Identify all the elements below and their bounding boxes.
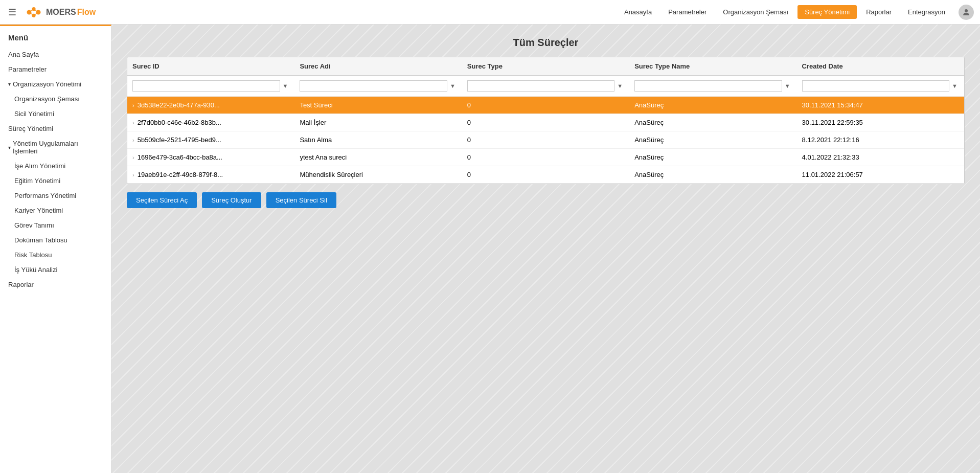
cell-name: Satın Alma bbox=[294, 131, 462, 149]
cell-type: 0 bbox=[462, 97, 629, 114]
nav-link-raporlar[interactable]: Raporlar bbox=[859, 5, 899, 19]
cell-value-type: 0 bbox=[467, 101, 471, 109]
filter-input-type[interactable] bbox=[467, 80, 615, 92]
col-header-name: Surec Adi bbox=[294, 57, 462, 76]
filter-button-type[interactable]: ▼ bbox=[616, 82, 624, 90]
sidebar-subitem-sicil-yönetimi[interactable]: Sicil Yönetimi bbox=[0, 106, 111, 121]
col-header-id: Surec ID bbox=[127, 57, 294, 76]
page-title: Tüm Süreçler bbox=[127, 37, 965, 49]
table-row[interactable]: ›2f7d0bb0-c46e-46b2-8b3b...Mali İşler0An… bbox=[127, 114, 964, 131]
sidebar-subitem-kariyer-yönetimi[interactable]: Kariyer Yönetimi bbox=[0, 203, 111, 218]
open-selected-button[interactable]: Seçilen Süreci Aç bbox=[127, 192, 197, 208]
sidebar-group-organizasyon-yönetimi[interactable]: ▾Organizasyon Yönetimi bbox=[0, 77, 111, 92]
filter-button-name[interactable]: ▼ bbox=[448, 82, 457, 90]
col-header-createdDate: Created Date bbox=[797, 57, 964, 76]
user-avatar[interactable] bbox=[959, 5, 974, 20]
sidebar: Menü Ana SayfaParametreler▾Organizasyon … bbox=[0, 25, 111, 473]
sidebar-subitem-eğitim-yönetimi[interactable]: Eğitim Yönetimi bbox=[0, 173, 111, 188]
filter-input-typeName[interactable] bbox=[634, 80, 782, 92]
delete-selected-button[interactable]: Seçilen Süreci Sil bbox=[266, 192, 336, 208]
table-body: ›3d538e22-2e0b-477a-930...Test Süreci0An… bbox=[127, 97, 964, 184]
col-label-type: Surec Type bbox=[467, 62, 503, 70]
cell-value-type: 0 bbox=[467, 153, 471, 161]
filter-input-createdDate[interactable] bbox=[802, 80, 950, 92]
table-row[interactable]: ›19aeb91e-c2ff-49c8-879f-8...Mühendislik… bbox=[127, 166, 964, 184]
cell-value-name: Mali İşler bbox=[300, 119, 326, 126]
action-buttons: Seçilen Süreci Aç Süreç Oluştur Seçilen … bbox=[127, 192, 965, 208]
cell-value-typeName: AnaSüreç bbox=[634, 119, 664, 126]
filter-cell-typeName: ▼ bbox=[629, 76, 796, 97]
filter-button-id[interactable]: ▼ bbox=[281, 82, 290, 90]
expand-icon: › bbox=[132, 154, 134, 161]
surec-table: Surec IDSurec AdiSurec TypeSurec Type Na… bbox=[127, 57, 964, 184]
cell-typeName: AnaSüreç bbox=[629, 131, 796, 149]
nav-link-organizasyon-şeması[interactable]: Organizasyon Şeması bbox=[716, 5, 795, 19]
create-surec-button[interactable]: Süreç Oluştur bbox=[202, 192, 261, 208]
nav-links: AnasayfaParametrelerOrganizasyon ŞemasıS… bbox=[617, 5, 952, 19]
cell-id: ›3d538e22-2e0b-477a-930... bbox=[127, 97, 294, 114]
svg-point-8 bbox=[965, 9, 968, 12]
sidebar-subitem-görev-tanımı[interactable]: Görev Tanımı bbox=[0, 218, 111, 233]
filter-button-createdDate[interactable]: ▼ bbox=[950, 82, 959, 90]
main-layout: Menü Ana SayfaParametreler▾Organizasyon … bbox=[0, 25, 980, 473]
logo-flow-text: Flow bbox=[77, 8, 96, 17]
sidebar-item-parametreler[interactable]: Parametreler bbox=[0, 62, 111, 77]
cell-value-typeName: AnaSüreç bbox=[634, 101, 664, 109]
sidebar-subitem-organizasyon-şeması[interactable]: Organizasyon Şeması bbox=[0, 92, 111, 106]
cell-id: ›5b509cfe-2521-4795-bed9... bbox=[127, 131, 294, 148]
cell-type: 0 bbox=[462, 149, 629, 166]
cell-name: Mali İşler bbox=[294, 114, 462, 131]
sidebar-subitem-performans-yönetimi[interactable]: Performans Yönetimi bbox=[0, 188, 111, 203]
cell-createdDate: 30.11.2021 15:34:47 bbox=[797, 97, 964, 114]
cell-value-name: Satın Alma bbox=[300, 136, 332, 144]
col-header-typeName: Surec Type Name bbox=[629, 57, 796, 76]
sidebar-group-yönetim-uygulamaları-i̇şlemleri[interactable]: ▾Yönetim Uygulamaları İşlemleri bbox=[0, 136, 111, 159]
sidebar-item-raporlar[interactable]: Raporlar bbox=[0, 277, 111, 292]
nav-link-anasayfa[interactable]: Anasayfa bbox=[617, 5, 659, 19]
cell-createdDate: 4.01.2022 21:32:33 bbox=[797, 149, 964, 166]
filter-cell-id: ▼ bbox=[127, 76, 294, 97]
cell-value-typeName: AnaSüreç bbox=[634, 171, 664, 178]
nav-link-süreç-yönetimi[interactable]: Süreç Yönetimi bbox=[797, 5, 857, 19]
sidebar-subitem-i̇ş-yükü-analizi[interactable]: İş Yükü Analizi bbox=[0, 262, 111, 277]
filter-input-id[interactable] bbox=[132, 80, 280, 92]
filter-input-name[interactable] bbox=[300, 80, 447, 92]
sidebar-subitem-risk-tablosu[interactable]: Risk Tablosu bbox=[0, 247, 111, 262]
expand-icon: › bbox=[132, 120, 134, 126]
logo: MOERS Flow bbox=[25, 5, 96, 19]
nav-link-entegrasyon[interactable]: Entegrasyon bbox=[901, 5, 952, 19]
cell-typeName: AnaSüreç bbox=[629, 97, 796, 114]
cell-typeName: AnaSüreç bbox=[629, 166, 796, 184]
sidebar-group-label: Organizasyon Yönetimi bbox=[13, 80, 81, 88]
cell-typeName: AnaSüreç bbox=[629, 114, 796, 131]
cell-value-createdDate: 30.11.2021 22:59:35 bbox=[802, 119, 863, 126]
filter-cell-name: ▼ bbox=[294, 76, 462, 97]
sidebar-group-label: Yönetim Uygulamaları İşlemleri bbox=[13, 140, 103, 155]
main-content: Tüm Süreçler Surec IDSurec AdiSurec Type… bbox=[111, 25, 980, 473]
filter-cell-createdDate: ▼ bbox=[797, 76, 964, 97]
cell-value-name: Test Süreci bbox=[300, 101, 332, 109]
sidebar-item-süreç-yönetimi[interactable]: Süreç Yönetimi bbox=[0, 121, 111, 136]
cell-value-id: 1696e479-3ca6-4bcc-ba8a... bbox=[138, 153, 222, 161]
cell-value-createdDate: 11.01.2022 21:06:57 bbox=[802, 171, 863, 178]
menu-button[interactable]: ☰ bbox=[6, 5, 18, 20]
table-row[interactable]: ›1696e479-3ca6-4bcc-ba8a...ytest Ana sur… bbox=[127, 149, 964, 166]
table-row[interactable]: ›5b509cfe-2521-4795-bed9...Satın Alma0An… bbox=[127, 131, 964, 149]
nav-link-parametreler[interactable]: Parametreler bbox=[661, 5, 714, 19]
sidebar-subitem-i̇şe-alım-yönetimi[interactable]: İşe Alım Yönetimi bbox=[0, 159, 111, 173]
cell-createdDate: 30.11.2021 22:59:35 bbox=[797, 114, 964, 131]
col-header-type: Surec Type bbox=[462, 57, 629, 76]
cell-value-id: 3d538e22-2e0b-477a-930... bbox=[138, 101, 220, 109]
sidebar-item-ana-sayfa[interactable]: Ana Sayfa bbox=[0, 47, 111, 62]
table-row[interactable]: ›3d538e22-2e0b-477a-930...Test Süreci0An… bbox=[127, 97, 964, 114]
expand-icon: › bbox=[132, 102, 134, 108]
cell-typeName: AnaSüreç bbox=[629, 149, 796, 166]
cell-value-createdDate: 8.12.2021 22:12:16 bbox=[802, 136, 859, 144]
cell-createdDate: 11.01.2022 21:06:57 bbox=[797, 166, 964, 184]
sidebar-subitem-doküman-tablosu[interactable]: Doküman Tablosu bbox=[0, 233, 111, 247]
filter-button-typeName[interactable]: ▼ bbox=[783, 82, 792, 90]
cell-value-name: Mühendislik Süreçleri bbox=[300, 171, 363, 178]
cell-createdDate: 8.12.2021 22:12:16 bbox=[797, 131, 964, 149]
cell-type: 0 bbox=[462, 114, 629, 131]
cell-value-id: 5b509cfe-2521-4795-bed9... bbox=[138, 136, 221, 144]
